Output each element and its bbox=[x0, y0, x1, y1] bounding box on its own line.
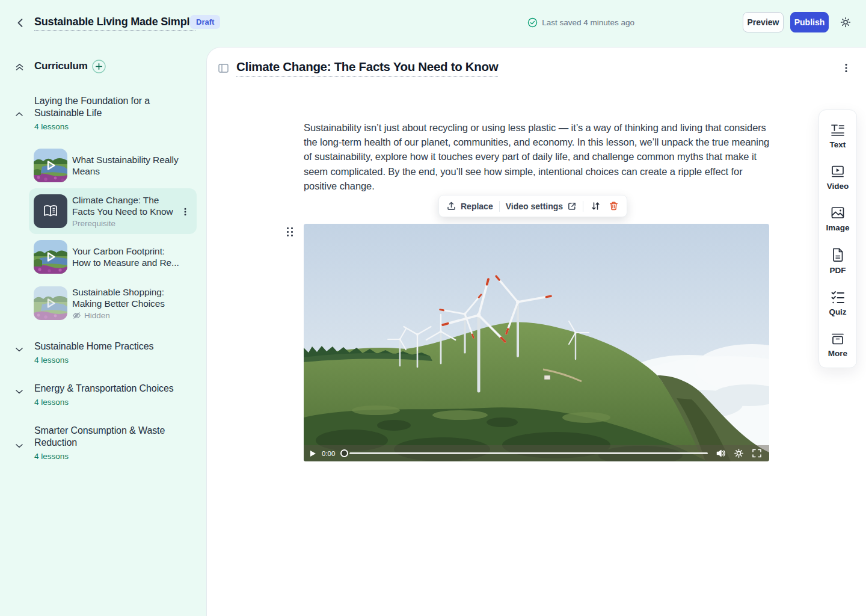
section-title[interactable]: Laying the Foundation for a Sustainable … bbox=[34, 95, 179, 119]
player-time: 0:00 bbox=[322, 450, 335, 457]
play-icon bbox=[34, 149, 67, 182]
lesson-kebab-icon[interactable] bbox=[181, 208, 189, 216]
lesson-row-selected[interactable]: Climate Change: The Facts You Need to Kn… bbox=[29, 188, 197, 234]
chevron-down-icon[interactable] bbox=[14, 345, 24, 354]
lesson-video-thumbnail bbox=[34, 149, 67, 182]
section-lesson-count: 4 lessons bbox=[34, 356, 206, 365]
lesson-editor-panel: Climate Change: The Facts You Need to Kn… bbox=[206, 47, 866, 616]
video-controls-bar: 0:00 bbox=[304, 445, 769, 461]
palette-label: Video bbox=[827, 182, 849, 191]
palette-label: More bbox=[828, 349, 847, 358]
add-video-block[interactable]: Video bbox=[827, 164, 849, 191]
video-settings-label: Video settings bbox=[506, 202, 563, 211]
move-block-icon[interactable] bbox=[589, 200, 601, 212]
image-block-icon bbox=[830, 206, 846, 220]
play-icon bbox=[34, 240, 67, 274]
lesson-row[interactable]: What Sustainability Really Means bbox=[29, 143, 197, 188]
back-icon[interactable] bbox=[14, 17, 26, 29]
add-pdf-block[interactable]: PDF bbox=[830, 247, 846, 275]
block-drag-handle-icon[interactable] bbox=[287, 227, 295, 238]
player-settings-icon[interactable] bbox=[734, 448, 744, 458]
quiz-block-icon bbox=[830, 290, 846, 304]
curriculum-section: Energy & Transportation Choices 4 lesson… bbox=[0, 383, 206, 407]
lesson-title: Your Carbon Footprint: How to Measure an… bbox=[72, 245, 180, 268]
player-fullscreen-icon[interactable] bbox=[752, 448, 762, 458]
palette-label: Image bbox=[826, 223, 849, 232]
content-block-palette: Text Video Image PDF bbox=[818, 109, 857, 368]
section-title[interactable]: Energy & Transportation Choices bbox=[34, 383, 179, 395]
curriculum-section: Smarter Consumption & Waste Reduction 4 … bbox=[0, 425, 206, 461]
external-link-icon bbox=[567, 202, 577, 211]
section-lesson-count: 4 lessons bbox=[34, 398, 206, 407]
section-title[interactable]: Sustainable Home Practices bbox=[34, 340, 179, 353]
settings-gear-icon[interactable] bbox=[840, 16, 852, 28]
more-blocks-icon bbox=[830, 331, 846, 346]
course-title[interactable]: Sustainable Living Made Simple bbox=[34, 16, 195, 31]
player-volume-icon[interactable] bbox=[716, 448, 726, 458]
replace-label: Replace bbox=[461, 202, 493, 211]
palette-label: Quiz bbox=[829, 307, 846, 316]
saved-check-icon bbox=[527, 17, 538, 28]
open-book-icon bbox=[42, 204, 59, 218]
video-block-icon bbox=[830, 164, 846, 179]
section-lesson-count: 4 lessons bbox=[34, 452, 206, 461]
more-blocks[interactable]: More bbox=[828, 331, 847, 358]
lesson-body-text[interactable]: Sustainability isn’t just about recyclin… bbox=[304, 120, 770, 193]
lesson-row-hidden[interactable]: Sustainable Shopping: Making Better Choi… bbox=[29, 280, 197, 326]
curriculum-section: Laying the Foundation for a Sustainable … bbox=[0, 95, 206, 131]
add-quiz-block[interactable]: Quiz bbox=[829, 290, 846, 316]
lesson-options-kebab-icon[interactable] bbox=[842, 63, 850, 73]
player-play-icon[interactable] bbox=[309, 450, 316, 457]
section-lesson-count: 4 lessons bbox=[34, 122, 206, 131]
add-text-block[interactable]: Text bbox=[830, 123, 846, 149]
chevron-down-icon[interactable] bbox=[14, 387, 24, 396]
lesson-title: What Sustainability Really Means bbox=[72, 154, 180, 177]
video-poster-wind-turbines bbox=[304, 224, 769, 461]
video-settings-button[interactable]: Video settings bbox=[506, 202, 577, 211]
curriculum-sidebar: Curriculum Laying the Foundation for a S… bbox=[0, 47, 206, 616]
lesson-row[interactable]: Your Carbon Footprint: How to Measure an… bbox=[29, 234, 197, 280]
add-section-icon[interactable] bbox=[92, 60, 106, 73]
text-block-icon bbox=[830, 123, 846, 137]
eye-off-icon bbox=[72, 311, 81, 320]
last-saved-text: Last saved 4 minutes ago bbox=[542, 18, 634, 27]
curriculum-title: Curriculum bbox=[34, 60, 88, 72]
chevron-up-icon[interactable] bbox=[14, 109, 24, 119]
status-badge: Draft bbox=[190, 15, 220, 29]
lesson-title: Climate Change: The Facts You Need to Kn… bbox=[72, 194, 180, 217]
palette-label: Text bbox=[830, 140, 846, 149]
lesson-page-title[interactable]: Climate Change: The Facts You Need to Kn… bbox=[236, 60, 498, 77]
section-title[interactable]: Smarter Consumption & Waste Reduction bbox=[34, 425, 179, 449]
upload-icon bbox=[446, 201, 456, 211]
lesson-video-thumbnail bbox=[34, 286, 67, 320]
toolbar-divider bbox=[583, 201, 583, 212]
play-icon bbox=[34, 286, 67, 320]
pdf-block-icon bbox=[831, 247, 845, 263]
top-header: Sustainable Living Made Simple Draft Las… bbox=[0, 0, 866, 47]
player-progress-track[interactable] bbox=[349, 452, 708, 454]
collapse-all-icon[interactable] bbox=[14, 62, 25, 72]
delete-block-icon[interactable] bbox=[607, 200, 619, 212]
lesson-prerequisite-label: Prerequisite bbox=[72, 219, 180, 228]
preview-button[interactable]: Preview bbox=[743, 12, 784, 32]
chevron-down-icon[interactable] bbox=[14, 441, 24, 451]
last-saved-status: Last saved 4 minutes ago bbox=[527, 17, 634, 28]
video-player[interactable]: 0:00 bbox=[304, 224, 769, 461]
replace-video-button[interactable]: Replace bbox=[446, 201, 493, 211]
curriculum-header: Curriculum bbox=[0, 59, 206, 76]
lesson-reading-thumbnail bbox=[34, 194, 67, 228]
publish-button[interactable]: Publish bbox=[790, 12, 829, 32]
lesson-video-thumbnail bbox=[34, 240, 67, 274]
lesson-title: Sustainable Shopping: Making Better Choi… bbox=[72, 286, 180, 309]
add-image-block[interactable]: Image bbox=[826, 206, 849, 232]
curriculum-section: Sustainable Home Practices 4 lessons bbox=[0, 340, 206, 365]
lesson-hidden-label: Hidden bbox=[84, 311, 110, 320]
palette-label: PDF bbox=[830, 266, 846, 275]
collapse-sidebar-icon[interactable] bbox=[218, 64, 229, 73]
video-block-toolbar: Replace Video settings bbox=[438, 195, 627, 217]
toolbar-divider bbox=[499, 201, 500, 212]
player-scrubber-handle[interactable] bbox=[340, 449, 348, 457]
